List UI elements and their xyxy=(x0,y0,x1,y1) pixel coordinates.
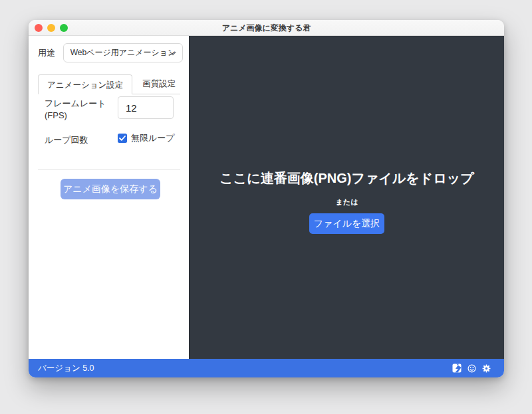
drop-zone[interactable]: ここに連番画像(PNG)ファイルをドロップ または ファイルを選択 xyxy=(189,36,504,359)
drop-zone-headline: ここに連番画像(PNG)ファイルをドロップ xyxy=(219,169,473,187)
chevron-down-icon xyxy=(170,51,176,56)
usage-select[interactable]: Webページ用アニメーション xyxy=(63,43,183,62)
settings-sidebar: 用途 Webページ用アニメーション アニメーション設定 画質設定 フレームレート… xyxy=(29,36,189,359)
save-animation-button[interactable]: アニメ画像を保存する xyxy=(61,179,160,199)
smiley-icon[interactable] xyxy=(467,364,476,373)
frame-rate-input[interactable] xyxy=(118,96,174,119)
tab-quality-settings[interactable]: 画質設定 xyxy=(132,74,186,94)
infinite-loop-checkbox[interactable] xyxy=(118,134,127,143)
settings-gear-icon[interactable] xyxy=(482,364,491,373)
version-text: バージョン 5.0 xyxy=(38,363,94,374)
usage-label: 用途 xyxy=(38,43,55,62)
frame-rate-label: フレームレート (FPS) xyxy=(45,98,106,121)
window-title: アニメ画像に変換する君 xyxy=(29,20,504,36)
checkmark-icon xyxy=(119,136,126,141)
loop-count-label: ループ回数 xyxy=(45,134,88,146)
infinite-loop-row: 無限ループ xyxy=(118,132,175,144)
sidebar-divider xyxy=(38,169,180,170)
titlebar: アニメ画像に変換する君 xyxy=(29,20,504,36)
drop-zone-or-text: または xyxy=(336,197,358,207)
usage-select-value: Webページ用アニメーション xyxy=(70,47,176,58)
infinite-loop-label: 無限ループ xyxy=(131,132,175,144)
status-bar-icons xyxy=(452,363,491,373)
frame-rate-label-line2: (FPS) xyxy=(45,110,106,122)
frame-rate-label-line1: フレームレート xyxy=(45,98,106,110)
select-file-button[interactable]: ファイルを選択 xyxy=(309,213,384,234)
app-logo-icon[interactable] xyxy=(452,363,462,373)
settings-tabs: アニメーション設定 画質設定 xyxy=(38,74,180,94)
main-content: 用途 Webページ用アニメーション アニメーション設定 画質設定 フレームレート… xyxy=(29,36,504,359)
app-window: アニメ画像に変換する君 用途 Webページ用アニメーション アニメーション設定 … xyxy=(29,20,504,377)
status-bar: バージョン 5.0 xyxy=(29,359,504,377)
tab-animation-settings[interactable]: アニメーション設定 xyxy=(38,74,132,94)
